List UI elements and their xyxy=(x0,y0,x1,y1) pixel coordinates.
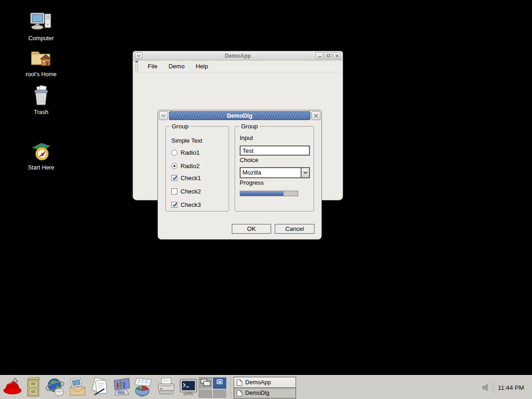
radio-label: Radio1 xyxy=(181,149,200,156)
presentation-launcher[interactable] xyxy=(111,377,132,397)
close-icon xyxy=(335,54,339,58)
clock-drag-handle[interactable] xyxy=(491,381,495,393)
computer-icon xyxy=(19,10,63,34)
left-groupbox: Group Simple Text Radio1 Radio2 Check1 C… xyxy=(165,126,229,212)
window-page-icon xyxy=(236,390,242,397)
minimize-icon xyxy=(318,56,321,57)
right-groupbox: Group Input Choice Mozilla Progress xyxy=(235,126,314,212)
bottom-panel: DemoApp DemoDlg 11:44 PM xyxy=(0,375,532,399)
taskbar-item-label: DemoDlg xyxy=(245,390,269,396)
checkbox-icon[interactable] xyxy=(171,202,177,208)
writer-documents-icon xyxy=(90,377,110,397)
workspace-3[interactable] xyxy=(199,389,212,397)
demodlg-window-title: DemoDlg xyxy=(227,113,253,119)
clock[interactable]: 11:44 PM xyxy=(498,375,524,399)
menu-file[interactable]: File xyxy=(142,61,163,71)
window-list-drag-handle[interactable] xyxy=(229,377,232,398)
checkbox-icon[interactable] xyxy=(171,175,177,181)
checkbox-check1[interactable]: Check1 xyxy=(171,174,201,181)
checkbox-check2[interactable]: Check2 xyxy=(171,187,201,195)
email-launcher[interactable] xyxy=(67,377,88,397)
terminal-icon xyxy=(178,377,199,397)
envelope-photo-icon xyxy=(67,377,88,397)
radio-radio1[interactable]: Radio1 xyxy=(171,149,200,156)
maximize-button[interactable] xyxy=(324,52,332,59)
choice-combobox[interactable]: Mozilla xyxy=(240,167,310,178)
workspace-windows-icon xyxy=(199,378,212,387)
desktop-icon-label: Computer xyxy=(29,35,54,42)
checkbox-label: Check3 xyxy=(181,201,201,208)
checkbox-label: Check1 xyxy=(181,175,201,181)
home-folder-icon xyxy=(19,47,63,70)
menu-help[interactable]: Help xyxy=(190,61,214,71)
file-cabinet-icon xyxy=(24,377,42,397)
checkbox-icon[interactable] xyxy=(171,188,177,194)
toolbar-drag-handle[interactable] xyxy=(134,61,139,72)
workspace-window-icon xyxy=(213,378,226,387)
window-page-icon xyxy=(236,379,242,386)
progress-bar xyxy=(240,191,298,196)
chevron-down-icon xyxy=(161,114,166,117)
workspace-4[interactable] xyxy=(213,389,226,397)
cancel-button[interactable]: Cancel xyxy=(275,224,314,234)
maximize-icon xyxy=(326,54,330,57)
combobox-value: Mozilla xyxy=(241,168,301,177)
demodlg-titlebar[interactable]: DemoDlg xyxy=(159,111,320,120)
globe-mouse-icon xyxy=(45,377,66,397)
taskbar-item-demoapp[interactable]: DemoApp xyxy=(234,377,296,388)
close-button[interactable] xyxy=(311,111,320,120)
input-field[interactable] xyxy=(240,145,310,156)
workspace-2-active[interactable] xyxy=(213,378,226,389)
demoapp-titlebar[interactable]: DemoApp xyxy=(133,51,343,60)
chevron-down-icon xyxy=(137,54,141,57)
workspace-switcher xyxy=(199,377,226,398)
main-menu-button[interactable] xyxy=(2,377,23,397)
radio-radio2[interactable]: Radio2 xyxy=(171,162,200,169)
ok-button[interactable]: OK xyxy=(232,224,271,234)
workspace-1[interactable] xyxy=(199,378,212,389)
file-manager-launcher[interactable] xyxy=(23,377,43,397)
desktop-icon-roots-home[interactable]: root's Home xyxy=(19,47,63,78)
checkbox-check3[interactable]: Check3 xyxy=(171,201,201,208)
progress-bar-fill xyxy=(240,191,284,196)
desktop-icon-start-here[interactable]: Start Here xyxy=(19,140,63,171)
demodlg-dialog: DemoDlg Group Simple Text Radio1 Radio2 xyxy=(157,110,322,240)
window-menu-button[interactable] xyxy=(135,52,143,59)
demodlg-titlebar-strip[interactable]: DemoDlg xyxy=(169,111,310,120)
desktop-icon-label: Start Here xyxy=(28,164,54,171)
window-menu-button[interactable] xyxy=(159,111,168,120)
desktop-icon-label: root's Home xyxy=(26,71,57,78)
trash-icon xyxy=(19,85,63,108)
radio-icon[interactable] xyxy=(171,163,177,169)
volume-button[interactable] xyxy=(482,384,490,393)
spreadsheet-launcher[interactable] xyxy=(133,377,153,397)
close-icon xyxy=(314,114,318,118)
desktop-icon-label: Trash xyxy=(34,109,48,115)
desktop: Computer root's Home Trash xyxy=(0,0,532,399)
groupbox-label: Group xyxy=(239,123,260,130)
word-processor-launcher[interactable] xyxy=(90,377,110,397)
desktop-icon-trash[interactable]: Trash xyxy=(19,85,63,115)
minimize-button[interactable] xyxy=(315,52,323,59)
radio-label: Radio2 xyxy=(181,163,200,169)
close-button[interactable] xyxy=(333,52,341,59)
redhat-icon xyxy=(2,376,23,398)
input-label: Input xyxy=(240,134,253,141)
radio-icon[interactable] xyxy=(171,150,177,156)
menu-demo[interactable]: Demo xyxy=(163,61,190,71)
start-here-icon xyxy=(19,140,63,163)
printer-icon xyxy=(156,377,176,397)
checkbox-label: Check2 xyxy=(181,188,201,195)
progress-label: Progress xyxy=(240,179,264,186)
desktop-icon-computer[interactable]: Computer xyxy=(19,10,63,42)
web-browser-launcher[interactable] xyxy=(45,377,66,397)
print-manager-launcher[interactable] xyxy=(156,377,176,397)
demoapp-menubar: File Demo Help xyxy=(133,60,343,73)
speaker-icon xyxy=(482,384,490,391)
demoapp-window-title: DemoApp xyxy=(133,53,343,59)
combobox-dropdown-button[interactable] xyxy=(301,168,309,177)
groupbox-label: Group xyxy=(170,123,190,130)
taskbar-item-demodlg[interactable]: DemoDlg xyxy=(234,387,296,399)
terminal-launcher[interactable] xyxy=(178,377,199,397)
simple-text-label: Simple Text xyxy=(171,137,202,144)
